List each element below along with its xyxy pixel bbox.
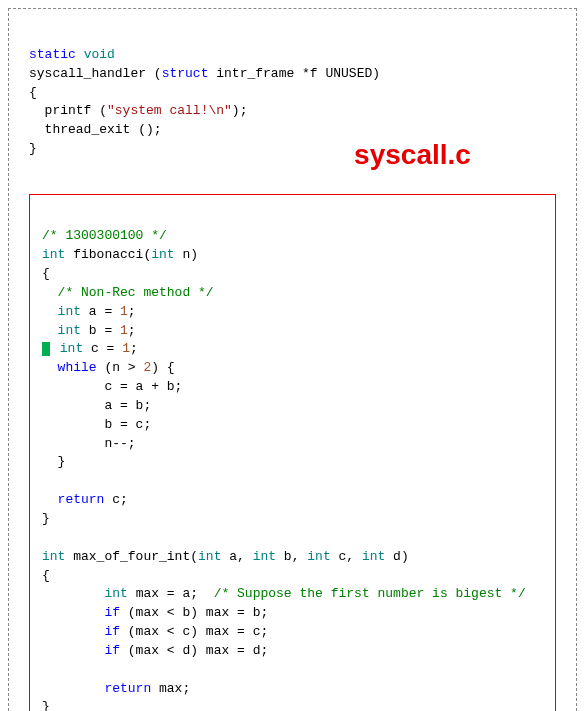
while-end: ) { — [151, 360, 174, 375]
p: b, — [276, 549, 307, 564]
inner-code-block: /* 1300300100 */ int fibonacci(int n) { … — [29, 194, 556, 712]
keyword-return: return — [42, 681, 151, 696]
keyword-if: if — [42, 624, 120, 639]
p: a, — [221, 549, 252, 564]
fn-fib: fibonacci( — [65, 247, 151, 262]
file-label: syscall.c — [269, 135, 556, 176]
keyword-if: if — [42, 605, 120, 620]
keyword-if: if — [42, 643, 120, 658]
type-int: int — [42, 586, 128, 601]
thread-exit: thread_exit (); — [29, 122, 162, 137]
fn-decl: syscall_handler ( — [29, 66, 162, 81]
type-int: int — [42, 304, 81, 319]
brace-close: } — [29, 141, 37, 156]
brace-close: } — [42, 454, 65, 469]
comment-nonrec: /* Non-Rec method */ — [42, 285, 214, 300]
ret-val: c; — [104, 492, 127, 507]
semi: ; — [130, 341, 138, 356]
type-int: int — [307, 549, 330, 564]
p: c, — [331, 549, 362, 564]
type-int: int — [60, 341, 83, 356]
var-max: max = a; — [128, 586, 214, 601]
fn-decl-rest: intr_frame *f UNUSED) — [208, 66, 380, 81]
printf-end: ); — [232, 103, 248, 118]
type-int: int — [42, 549, 65, 564]
if-d: (max < d) max = d; — [120, 643, 268, 658]
if-c: (max < c) max = c; — [120, 624, 268, 639]
p: d) — [385, 549, 408, 564]
stmt: n--; — [42, 436, 136, 451]
num-1: 1 — [122, 341, 130, 356]
num-1: 1 — [120, 304, 128, 319]
brace-close: } — [42, 699, 50, 711]
var-a: a = — [81, 304, 120, 319]
type-int: int — [42, 323, 81, 338]
num-1: 1 — [120, 323, 128, 338]
fn-max: max_of_four_int( — [65, 549, 198, 564]
brace-open: { — [42, 568, 50, 583]
comment-suppose: /* Suppose the first number is bigest */ — [214, 586, 526, 601]
stmt: a = b; — [42, 398, 151, 413]
type-int: int — [42, 247, 65, 262]
brace-open: { — [42, 266, 50, 281]
comment-id: /* 1300300100 */ — [42, 228, 167, 243]
type-int: int — [151, 247, 174, 262]
printf-call: printf ( — [29, 103, 107, 118]
semi: ; — [128, 304, 136, 319]
type-int: int — [253, 549, 276, 564]
if-b: (max < b) max = b; — [120, 605, 268, 620]
while-cond: (n > — [97, 360, 144, 375]
semi: ; — [128, 323, 136, 338]
fn-fib-param: n) — [175, 247, 198, 262]
keyword-struct: struct — [162, 66, 209, 81]
outer-container: static void syscall_handler (struct intr… — [8, 8, 577, 711]
stmt: c = a + b; — [42, 379, 182, 394]
var-c: c = — [83, 341, 122, 356]
keyword-while: while — [42, 360, 97, 375]
ret-val: max; — [151, 681, 190, 696]
stmt: b = c; — [42, 417, 151, 432]
type-int: int — [362, 549, 385, 564]
keyword-return: return — [42, 492, 104, 507]
string-literal: "system call!\n" — [107, 103, 232, 118]
var-b: b = — [81, 323, 120, 338]
edit-marker-icon — [42, 342, 50, 356]
type-void: void — [84, 47, 115, 62]
keyword-static: static — [29, 47, 76, 62]
brace-close: } — [42, 511, 50, 526]
pad — [52, 341, 60, 356]
brace-open: { — [29, 85, 37, 100]
type-int: int — [198, 549, 221, 564]
